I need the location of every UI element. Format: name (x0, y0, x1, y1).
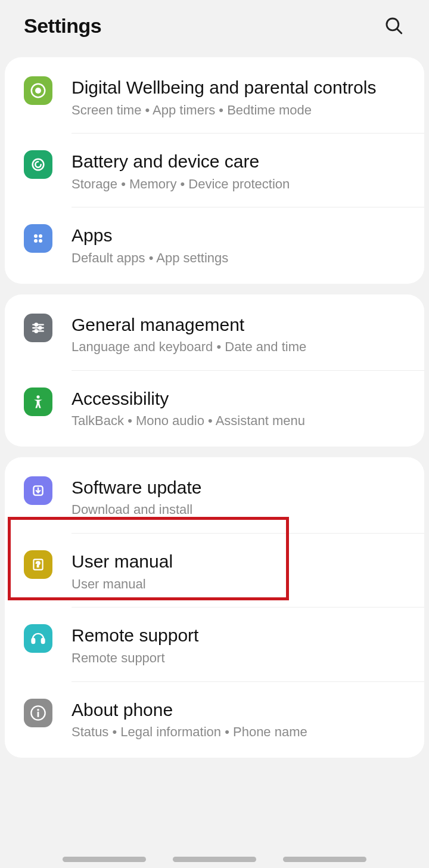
svg-point-15 (36, 395, 39, 398)
settings-item-subtitle: Storage • Memory • Device protection (72, 175, 406, 193)
settings-item-text: Accessibility TalkBack • Mono audio • As… (72, 386, 406, 430)
settings-item-text: About phone Status • Legal information •… (72, 698, 406, 741)
svg-rect-20 (42, 638, 45, 643)
remote-support-icon (24, 624, 52, 653)
battery-care-icon (24, 150, 52, 179)
settings-item-user-manual[interactable]: ? User manual User manual (5, 534, 424, 607)
settings-item-text: Battery and device care Storage • Memory… (72, 149, 406, 193)
svg-point-4 (33, 159, 44, 170)
page-title: Settings (24, 14, 101, 38)
settings-item-title: Software update (72, 476, 406, 499)
settings-item-title: Accessibility (72, 388, 406, 410)
search-icon (384, 16, 404, 36)
settings-item-subtitle: Remote support (72, 649, 406, 667)
settings-item-title: Apps (72, 224, 406, 247)
settings-item-subtitle: Download and install (72, 501, 406, 519)
general-management-icon (24, 314, 52, 342)
svg-rect-19 (32, 638, 35, 643)
settings-group: Digital Wellbeing and parental controls … (5, 57, 424, 284)
about-phone-icon (24, 699, 52, 727)
svg-point-22 (37, 709, 39, 711)
svg-point-7 (34, 239, 38, 243)
settings-item-title: User manual (72, 550, 406, 573)
search-button[interactable] (380, 12, 408, 39)
settings-item-about-phone[interactable]: About phone Status • Legal information •… (5, 682, 424, 755)
svg-point-12 (39, 326, 41, 328)
svg-point-10 (35, 323, 38, 326)
nav-recents[interactable] (63, 857, 146, 862)
settings-item-text: Remote support Remote support (72, 623, 406, 666)
settings-group: General management Language and keyboard… (5, 294, 424, 447)
svg-line-1 (397, 29, 402, 33)
navigation-bar (0, 857, 429, 862)
settings-item-remote-support[interactable]: Remote support Remote support (5, 607, 424, 681)
settings-item-apps[interactable]: Apps Default apps • App settings (5, 207, 424, 281)
svg-point-14 (35, 330, 38, 332)
settings-item-subtitle: User manual (72, 575, 406, 593)
settings-item-accessibility[interactable]: Accessibility TalkBack • Mono audio • As… (5, 371, 424, 444)
nav-back[interactable] (283, 857, 366, 862)
svg-point-3 (35, 88, 41, 94)
header: Settings (0, 0, 429, 51)
settings-item-title: Battery and device care (72, 150, 406, 173)
settings-item-title: Remote support (72, 624, 406, 647)
settings-item-digital-wellbeing[interactable]: Digital Wellbeing and parental controls … (5, 60, 424, 133)
user-manual-icon: ? (24, 550, 52, 579)
settings-item-text: General management Language and keyboard… (72, 312, 406, 356)
svg-point-8 (39, 239, 42, 243)
nav-home[interactable] (173, 857, 256, 862)
software-update-icon (24, 476, 52, 505)
svg-point-6 (39, 234, 42, 238)
digital-wellbeing-icon (24, 76, 52, 105)
settings-item-battery[interactable]: Battery and device care Storage • Memory… (5, 134, 424, 207)
settings-item-software-update[interactable]: Software update Download and install (5, 460, 424, 533)
settings-item-subtitle: TalkBack • Mono audio • Assistant menu (72, 412, 406, 430)
settings-item-title: About phone (72, 699, 406, 721)
svg-rect-23 (38, 711, 39, 717)
accessibility-icon (24, 388, 52, 416)
settings-item-subtitle: Language and keyboard • Date and time (72, 338, 406, 356)
settings-item-title: Digital Wellbeing and parental controls (72, 76, 381, 99)
settings-item-subtitle: Screen time • App timers • Bedtime mode (72, 101, 406, 119)
svg-text:?: ? (36, 560, 40, 569)
apps-icon (24, 224, 52, 253)
settings-group: Software update Download and install ? U… (5, 457, 424, 758)
settings-item-title: General management (72, 314, 406, 336)
settings-item-subtitle: Default apps • App settings (72, 249, 406, 267)
svg-point-5 (34, 234, 38, 238)
settings-item-general[interactable]: General management Language and keyboard… (5, 297, 424, 370)
settings-item-text: Software update Download and install (72, 475, 406, 519)
settings-item-subtitle: Status • Legal information • Phone name (72, 723, 406, 741)
settings-item-text: User manual User manual (72, 549, 406, 593)
settings-item-text: Digital Wellbeing and parental controls … (72, 75, 406, 119)
settings-item-text: Apps Default apps • App settings (72, 223, 406, 266)
